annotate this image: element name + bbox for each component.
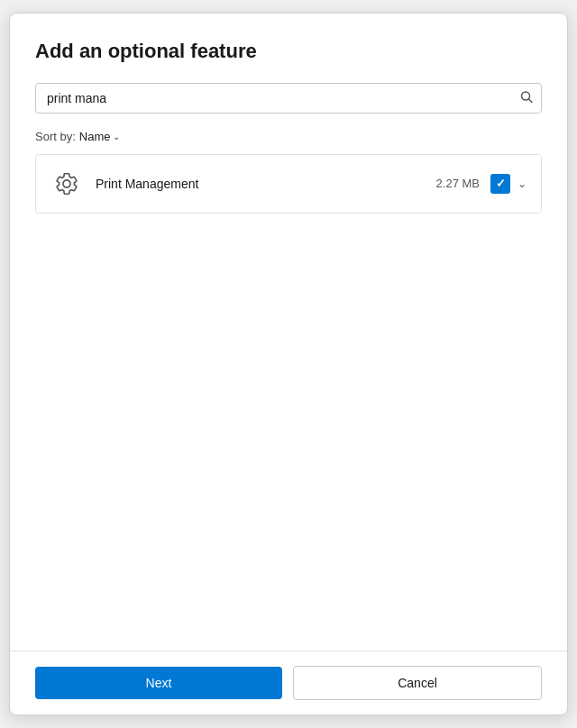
dialog-title: Add an optional feature <box>35 39 542 65</box>
feature-item[interactable]: Print Management 2.27 MB ✓ ⌄ <box>36 155 541 213</box>
checkmark-icon: ✓ <box>496 177 506 189</box>
sort-label: Sort by: <box>35 130 76 143</box>
feature-list: Print Management 2.27 MB ✓ ⌄ <box>35 154 542 214</box>
dialog-content: Add an optional feature Sort by: Name ⌄ <box>10 14 567 651</box>
sort-dropdown[interactable]: Name ⌄ <box>79 130 121 143</box>
dialog-footer: Next Cancel <box>10 651 567 714</box>
search-container <box>35 83 542 114</box>
search-input[interactable] <box>35 83 542 114</box>
feature-checkbox[interactable]: ✓ <box>490 174 510 194</box>
feature-name: Print Management <box>96 177 436 191</box>
sort-value: Name <box>79 130 111 143</box>
feature-size: 2.27 MB <box>436 177 480 190</box>
sort-chevron-icon: ⌄ <box>113 132 120 141</box>
feature-icon <box>50 168 83 200</box>
feature-expand-icon[interactable]: ⌄ <box>517 177 527 190</box>
cancel-button[interactable]: Cancel <box>293 666 542 700</box>
add-optional-feature-dialog: Add an optional feature Sort by: Name ⌄ <box>9 13 568 715</box>
sort-bar: Sort by: Name ⌄ <box>35 130 542 143</box>
next-button[interactable]: Next <box>35 667 282 699</box>
